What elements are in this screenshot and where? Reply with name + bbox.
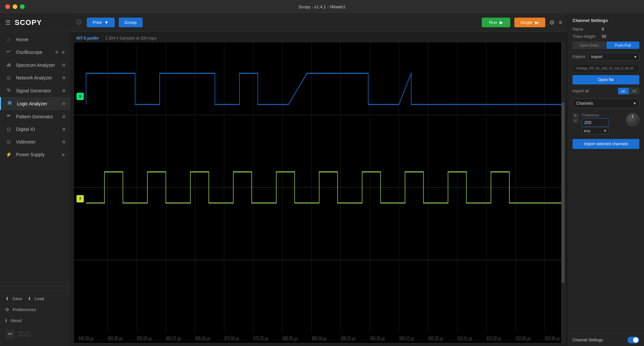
sidebar-item-digital-io[interactable]: ⊡ Digital IO — [0, 123, 70, 136]
home-icon: ⌂ — [5, 37, 12, 42]
run-button[interactable]: Run ▶ — [482, 18, 510, 27]
time-div-label: 407.5 µs/div — [76, 36, 99, 41]
save-icon: ⬆ — [5, 296, 9, 301]
spectrum-icon — [5, 62, 12, 68]
preferences-label: Preferences — [13, 307, 36, 312]
menu-icon[interactable]: ≡ — [559, 19, 562, 26]
freq-increment-button[interactable]: + — [573, 113, 579, 118]
plot-container: 407.5 µs/div 1.304 k Samples at 200 ksps… — [71, 32, 568, 346]
sidebar-item-label: Pattern Generator — [16, 114, 59, 119]
single-button[interactable]: Single ▶| — [514, 18, 546, 27]
sidebar-item-spectrum-analyzer[interactable]: Spectrum Analyzer — [0, 58, 70, 71]
channels-label: Channels — [576, 101, 593, 106]
svg-text:870.06 µs: 870.06 µs — [224, 335, 239, 341]
push-pull-button[interactable]: Push-Pull — [606, 42, 640, 49]
waveform-svg: 845.09 µs 850.08 µs 855.08 µs 860.07 µs … — [74, 42, 565, 343]
svg-rect-2 — [9, 63, 9, 66]
save-label: Save — [12, 296, 22, 301]
sidebar-item-home[interactable]: ⌂ Home — [0, 33, 70, 46]
app-body: ☰ SCOPY ⌂ Home Oscilloscope ▶ Spectrum — [0, 13, 644, 346]
import-selected-channels-button[interactable]: Import selected channels — [573, 139, 639, 149]
import-all-on-button[interactable]: on — [618, 88, 629, 94]
open-drain-button[interactable]: Open-Drain — [573, 42, 606, 49]
sidebar-item-signal-generator[interactable]: Signal Generator — [0, 84, 70, 97]
svg-rect-1 — [8, 64, 8, 66]
svg-rect-3 — [10, 64, 10, 66]
info-icon[interactable]: ⓘ — [76, 19, 81, 26]
nav-indicator — [63, 89, 65, 92]
sidebar-item-pattern-generator[interactable]: Pattern Generator — [0, 110, 70, 123]
svg-text:855.08 µs: 855.08 µs — [137, 335, 152, 341]
import-all-label: Import all — [573, 89, 615, 93]
sidebar-item-label: Power Supply — [16, 152, 58, 157]
about-icon: ℹ — [5, 318, 7, 323]
sidebar-item-label: Network Analyzer — [16, 75, 59, 80]
sidebar-item-network-analyzer[interactable]: ⊙ Network Analyzer — [0, 71, 70, 84]
nav-indicator — [63, 102, 65, 105]
maximize-button[interactable] — [20, 4, 25, 9]
group-button[interactable]: Group — [119, 18, 143, 27]
nav-indicator — [63, 76, 65, 79]
print-label: Print — [93, 20, 102, 25]
drive-type-toggle: Open-Drain Push-Pull — [573, 42, 639, 49]
about-item[interactable]: ℹ About — [0, 315, 70, 326]
logic-analyzer-icon — [6, 100, 13, 107]
close-button[interactable] — [5, 4, 10, 9]
hamburger-icon[interactable]: ☰ — [5, 19, 11, 26]
name-row: Name 8 — [573, 27, 639, 32]
svg-text:905.02 µs: 905.02 µs — [428, 335, 443, 341]
frequency-section: + − Frequency 200 kHz ▾ — [573, 113, 639, 134]
sidebar-item-label: Digital IO — [16, 127, 59, 132]
preferences-icon: ⚙ — [5, 307, 9, 312]
svg-text:924.99 µs: 924.99 µs — [545, 335, 560, 341]
sidebar-nav: ⌂ Home Oscilloscope ▶ Spectrum Analyzer — [0, 32, 70, 287]
channel-9-badge: 9 — [76, 93, 84, 100]
pattern-gen-icon — [5, 113, 12, 120]
sidebar-item-label: Logic Analyzer — [17, 101, 59, 106]
sidebar: ☰ SCOPY ⌂ Home Oscilloscope ▶ Spectrum — [0, 13, 71, 346]
about-label: About — [10, 318, 22, 323]
sidebar-item-oscilloscope[interactable]: Oscilloscope ▶ — [0, 46, 70, 58]
network-icon: ⊙ — [5, 75, 12, 81]
open-file-button[interactable]: Open file — [573, 75, 639, 84]
channels-select[interactable]: Channels ▾ — [573, 98, 639, 108]
preferences-item[interactable]: ⚙ Preferences — [0, 304, 70, 315]
channel-settings-section: Channel Settings Name 8 Trace Height 50 … — [568, 13, 644, 154]
panel-spacer — [568, 154, 644, 334]
channel-settings-toggle[interactable] — [627, 337, 639, 343]
scrollbar[interactable] — [561, 42, 565, 343]
minimize-button[interactable] — [13, 4, 17, 9]
sidebar-footer: ⬆ Save ⬇ Load ⚙ Preferences ℹ About ADI … — [0, 287, 70, 346]
oscilloscope-icon — [5, 49, 12, 55]
sidebar-item-label: Oscilloscope — [16, 50, 52, 55]
sidebar-item-label: Spectrum Analyzer — [16, 62, 59, 68]
print-icon: ▼ — [104, 20, 109, 25]
freq-unit-select[interactable]: kHz ▾ — [582, 127, 608, 134]
save-load-item[interactable]: ⬆ Save ⬇ Load — [0, 293, 70, 304]
name-label: Name — [573, 27, 599, 32]
chevron-down-icon: ▾ — [634, 55, 636, 59]
sidebar-item-voltmeter[interactable]: ⊙ Voltmeter — [0, 136, 70, 148]
chevron-down-icon: ▾ — [634, 101, 636, 106]
print-button[interactable]: Print ▼ — [87, 18, 115, 27]
channel-7-badge: 7 — [76, 195, 84, 202]
sidebar-item-power-supply[interactable]: ⚡ Power Supply ▶ — [0, 148, 70, 161]
analog-devices-logo: ADI ANALOGDEVICES — [0, 326, 70, 342]
import-all-off-button[interactable]: off — [629, 88, 639, 94]
channel-settings-bottom-label: Channel Settings — [573, 338, 603, 342]
toolbar-right: Run ▶ Single ▶| ⚙ ≡ — [482, 18, 562, 27]
gear-icon[interactable]: ⚙ — [549, 19, 555, 26]
sidebar-header: ☰ SCOPY — [0, 13, 70, 32]
plot-area[interactable]: 9 7 — [73, 42, 565, 343]
frequency-input[interactable]: 200 — [582, 118, 608, 127]
pattern-select[interactable]: Import ▾ — [588, 53, 639, 61]
freq-decrement-button[interactable]: − — [573, 118, 579, 123]
sidebar-item-logic-analyzer[interactable]: Logic Analyzer — [0, 97, 70, 110]
analog-logo-icon: ADI — [5, 329, 15, 339]
signal-gen-icon — [5, 87, 12, 94]
digital-io-icon: ⊡ — [5, 126, 12, 132]
svg-text:895.03 µs: 895.03 µs — [370, 335, 385, 341]
import-all-row: Import all on off — [573, 88, 639, 94]
freq-stepper: + − — [573, 113, 579, 123]
frequency-knob[interactable] — [626, 113, 639, 126]
